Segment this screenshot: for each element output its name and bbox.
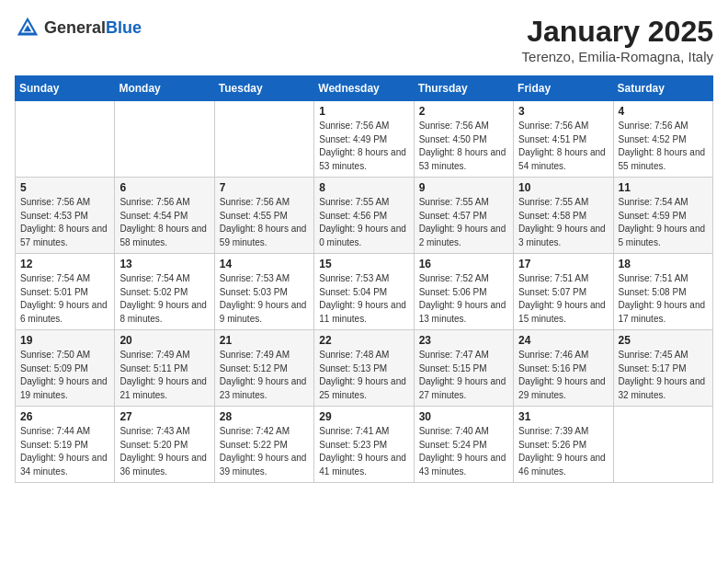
calendar-cell: 7Sunrise: 7:56 AMSunset: 4:55 PMDaylight…	[214, 178, 313, 254]
day-info: Sunrise: 7:56 AMSunset: 4:53 PMDaylight:…	[20, 196, 109, 249]
day-number: 26	[20, 410, 109, 423]
day-of-week-header: Saturday	[613, 76, 712, 101]
day-info: Sunrise: 7:50 AMSunset: 5:09 PMDaylight:…	[20, 349, 109, 402]
day-number: 17	[518, 258, 608, 270]
calendar-cell: 2Sunrise: 7:56 AMSunset: 4:50 PMDaylight…	[414, 101, 513, 178]
day-info: Sunrise: 7:56 AMSunset: 4:49 PMDaylight:…	[319, 120, 408, 173]
calendar-cell: 29Sunrise: 7:41 AMSunset: 5:23 PMDayligh…	[314, 407, 414, 483]
calendar-cell: 10Sunrise: 7:55 AMSunset: 4:58 PMDayligh…	[514, 178, 613, 254]
day-info: Sunrise: 7:56 AMSunset: 4:51 PMDaylight:…	[518, 120, 608, 173]
calendar-cell	[613, 407, 712, 483]
day-info: Sunrise: 7:51 AMSunset: 5:08 PMDaylight:…	[619, 272, 708, 326]
day-number: 1	[319, 105, 408, 118]
calendar-header-row: SundayMondayTuesdayWednesdayThursdayFrid…	[16, 76, 713, 101]
calendar-title: January 2025	[522, 15, 713, 49]
day-info: Sunrise: 7:42 AMSunset: 5:22 PMDaylight:…	[220, 425, 309, 478]
day-number: 21	[220, 334, 309, 347]
day-number: 27	[119, 410, 209, 423]
day-info: Sunrise: 7:53 AMSunset: 5:04 PMDaylight:…	[319, 272, 408, 326]
day-number: 18	[619, 258, 708, 270]
day-number: 9	[419, 181, 508, 194]
day-info: Sunrise: 7:46 AMSunset: 5:16 PMDaylight:…	[518, 349, 608, 402]
calendar-cell: 17Sunrise: 7:51 AMSunset: 5:07 PMDayligh…	[514, 254, 613, 330]
day-info: Sunrise: 7:41 AMSunset: 5:23 PMDaylight:…	[319, 425, 408, 478]
day-info: Sunrise: 7:54 AMSunset: 5:01 PMDaylight:…	[20, 272, 109, 326]
logo-text-general: General	[44, 18, 106, 37]
calendar-week-row: 12Sunrise: 7:54 AMSunset: 5:01 PMDayligh…	[16, 254, 713, 330]
calendar-body: 1Sunrise: 7:56 AMSunset: 4:49 PMDaylight…	[16, 101, 713, 483]
calendar-cell: 15Sunrise: 7:53 AMSunset: 5:04 PMDayligh…	[314, 254, 414, 330]
calendar-cell: 24Sunrise: 7:46 AMSunset: 5:16 PMDayligh…	[514, 330, 613, 407]
day-info: Sunrise: 7:52 AMSunset: 5:06 PMDaylight:…	[419, 272, 508, 326]
title-area: January 2025 Terenzo, Emilia-Romagna, It…	[522, 15, 713, 64]
day-number: 14	[220, 258, 309, 270]
calendar-cell: 21Sunrise: 7:49 AMSunset: 5:12 PMDayligh…	[214, 330, 313, 407]
calendar-cell: 16Sunrise: 7:52 AMSunset: 5:06 PMDayligh…	[414, 254, 513, 330]
calendar-cell: 3Sunrise: 7:56 AMSunset: 4:51 PMDaylight…	[514, 101, 613, 178]
day-info: Sunrise: 7:44 AMSunset: 5:19 PMDaylight:…	[20, 425, 109, 478]
calendar-cell: 11Sunrise: 7:54 AMSunset: 4:59 PMDayligh…	[613, 178, 712, 254]
calendar-cell: 28Sunrise: 7:42 AMSunset: 5:22 PMDayligh…	[214, 407, 313, 483]
day-of-week-header: Sunday	[16, 76, 115, 101]
day-number: 16	[419, 258, 508, 270]
day-number: 4	[619, 105, 708, 118]
page-header: GeneralBlue January 2025 Terenzo, Emilia…	[15, 15, 713, 64]
day-number: 15	[319, 258, 408, 270]
day-of-week-header: Thursday	[414, 76, 513, 101]
calendar-cell: 6Sunrise: 7:56 AMSunset: 4:54 PMDaylight…	[115, 178, 214, 254]
calendar-cell: 9Sunrise: 7:55 AMSunset: 4:57 PMDaylight…	[414, 178, 513, 254]
calendar-cell: 23Sunrise: 7:47 AMSunset: 5:15 PMDayligh…	[414, 330, 513, 407]
day-number: 11	[619, 181, 708, 194]
day-info: Sunrise: 7:55 AMSunset: 4:58 PMDaylight:…	[518, 196, 608, 249]
calendar-cell: 25Sunrise: 7:45 AMSunset: 5:17 PMDayligh…	[613, 330, 712, 407]
day-number: 19	[20, 334, 109, 347]
day-info: Sunrise: 7:45 AMSunset: 5:17 PMDaylight:…	[619, 349, 708, 402]
calendar-cell: 4Sunrise: 7:56 AMSunset: 4:52 PMDaylight…	[613, 101, 712, 178]
day-info: Sunrise: 7:49 AMSunset: 5:11 PMDaylight:…	[119, 349, 209, 402]
day-number: 28	[220, 410, 309, 423]
day-number: 7	[220, 181, 309, 194]
calendar-cell: 27Sunrise: 7:43 AMSunset: 5:20 PMDayligh…	[115, 407, 214, 483]
day-number: 24	[518, 334, 608, 347]
day-info: Sunrise: 7:55 AMSunset: 4:56 PMDaylight:…	[319, 196, 408, 249]
calendar-table: SundayMondayTuesdayWednesdayThursdayFrid…	[15, 75, 713, 483]
day-info: Sunrise: 7:55 AMSunset: 4:57 PMDaylight:…	[419, 196, 508, 249]
calendar-cell: 12Sunrise: 7:54 AMSunset: 5:01 PMDayligh…	[16, 254, 115, 330]
calendar-cell: 8Sunrise: 7:55 AMSunset: 4:56 PMDaylight…	[314, 178, 414, 254]
calendar-cell	[115, 101, 214, 178]
logo-text-blue: Blue	[106, 18, 142, 37]
day-number: 12	[20, 258, 109, 270]
calendar-week-row: 19Sunrise: 7:50 AMSunset: 5:09 PMDayligh…	[16, 330, 713, 407]
day-number: 20	[119, 334, 209, 347]
calendar-cell: 5Sunrise: 7:56 AMSunset: 4:53 PMDaylight…	[16, 178, 115, 254]
calendar-cell	[214, 101, 313, 178]
day-number: 13	[119, 258, 209, 270]
calendar-cell: 13Sunrise: 7:54 AMSunset: 5:02 PMDayligh…	[115, 254, 214, 330]
day-info: Sunrise: 7:56 AMSunset: 4:55 PMDaylight:…	[220, 196, 309, 249]
calendar-subtitle: Terenzo, Emilia-Romagna, Italy	[522, 49, 713, 64]
day-info: Sunrise: 7:54 AMSunset: 5:02 PMDaylight:…	[119, 272, 209, 326]
day-info: Sunrise: 7:56 AMSunset: 4:52 PMDaylight:…	[619, 120, 708, 173]
day-number: 30	[419, 410, 508, 423]
day-number: 8	[319, 181, 408, 194]
calendar-cell: 22Sunrise: 7:48 AMSunset: 5:13 PMDayligh…	[314, 330, 414, 407]
day-number: 29	[319, 410, 408, 423]
calendar-cell	[16, 101, 115, 178]
calendar-cell: 14Sunrise: 7:53 AMSunset: 5:03 PMDayligh…	[214, 254, 313, 330]
day-info: Sunrise: 7:53 AMSunset: 5:03 PMDaylight:…	[220, 272, 309, 326]
day-number: 6	[119, 181, 209, 194]
day-number: 25	[619, 334, 708, 347]
day-number: 3	[518, 105, 608, 118]
calendar-cell: 1Sunrise: 7:56 AMSunset: 4:49 PMDaylight…	[314, 101, 414, 178]
calendar-week-row: 26Sunrise: 7:44 AMSunset: 5:19 PMDayligh…	[16, 407, 713, 483]
calendar-cell: 18Sunrise: 7:51 AMSunset: 5:08 PMDayligh…	[613, 254, 712, 330]
logo-icon	[15, 15, 40, 40]
day-of-week-header: Tuesday	[214, 76, 313, 101]
day-info: Sunrise: 7:49 AMSunset: 5:12 PMDaylight:…	[220, 349, 309, 402]
day-info: Sunrise: 7:40 AMSunset: 5:24 PMDaylight:…	[419, 425, 508, 478]
calendar-cell: 30Sunrise: 7:40 AMSunset: 5:24 PMDayligh…	[414, 407, 513, 483]
calendar-week-row: 5Sunrise: 7:56 AMSunset: 4:53 PMDaylight…	[16, 178, 713, 254]
calendar-cell: 26Sunrise: 7:44 AMSunset: 5:19 PMDayligh…	[16, 407, 115, 483]
day-number: 31	[518, 410, 608, 423]
logo: GeneralBlue	[15, 15, 142, 40]
